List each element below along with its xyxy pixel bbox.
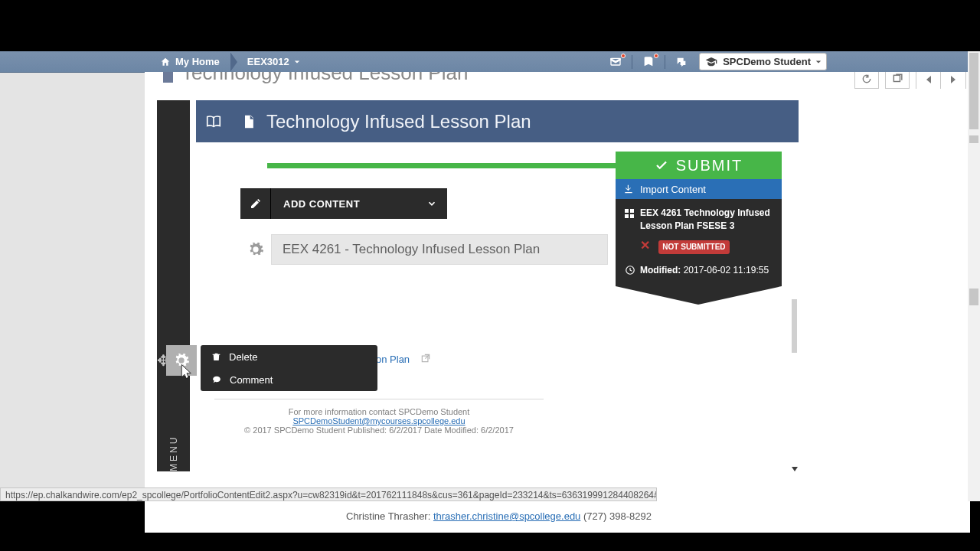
book-icon [204,113,224,130]
messages-icon[interactable] [606,54,626,70]
viewer-scrollbar[interactable] [791,100,799,471]
comment-icon [211,375,222,385]
status-badge: NOT SUBMITTED [658,240,729,255]
viewer-footer: For more information contact SPCDemo Stu… [195,399,563,435]
subscriptions-icon[interactable] [639,54,658,70]
viewer-title: Technology Infused Lesson Plan [266,111,531,132]
portfolio-viewer: MENU Technology Infused Lesson Plan SUBM… [157,100,799,471]
grad-cap-icon [704,56,718,68]
user-menu[interactable]: SPCDemo Student [699,53,827,70]
import-content-button[interactable]: Import Content [616,179,782,199]
course-link[interactable]: EEX3012 [241,56,305,67]
menu-delete-label: Delete [229,351,258,363]
chat-icon[interactable] [671,54,691,70]
add-content-dropdown[interactable]: ADD CONTENT [240,188,447,219]
section-gear-button[interactable] [240,234,271,265]
home-label: My Home [175,56,220,67]
content-panel: MENU Technology Infused Lesson Plan SUBM… [145,89,970,533]
home-link[interactable]: My Home [157,51,230,72]
grid-icon [625,209,634,254]
progress-bar [267,163,616,168]
prev-button[interactable] [916,72,941,89]
caret-down-icon [815,59,822,65]
home-icon [160,57,171,67]
submission-name: EEX 4261 Technology Infused Lesson Plan … [640,207,770,231]
open-external-icon[interactable] [420,353,431,364]
chevron-down-icon [426,198,437,209]
status-bar: https://ep.chalkandwire.com/ep2_spcolleg… [0,487,657,501]
refresh-button[interactable] [854,72,879,89]
modified-label: Modified: [640,265,681,276]
page-heading-strip: Technology Infused Lesson Plan [145,72,970,89]
footer-email[interactable]: SPCDemoStudent@mycourses.spcollege.edu [292,416,465,425]
pencil-icon [250,197,262,210]
submission-panel: Import Content EEX 4261 Technology Infus… [616,179,782,305]
next-button[interactable] [941,72,965,89]
menu-comment-label: Comment [230,374,273,386]
new-window-button[interactable] [885,72,910,89]
submit-label: SUBMIT [676,157,743,174]
file-link-tail[interactable]: on Plan [376,354,410,365]
contact-name: Christine Thrasher: [346,510,430,522]
import-label: Import Content [640,184,706,195]
cursor-icon [180,364,194,382]
import-icon [623,184,634,194]
check-icon [655,158,668,172]
contact-phone: (727) 398-8292 [583,510,652,522]
document-icon [158,72,177,86]
modified-value: 2017-06-02 11:19:55 [684,265,769,276]
add-content-label: ADD CONTENT [271,188,416,219]
menu-delete[interactable]: Delete [201,345,377,368]
course-label: EEX3012 [247,56,289,67]
section-row: EEX 4261 - Technology Infused Lesson Pla… [240,234,608,265]
toc-button[interactable] [196,100,231,142]
submit-button[interactable]: SUBMIT [616,152,782,179]
section-title: EEX 4261 - Technology Infused Lesson Pla… [271,234,608,265]
page-icon [231,112,266,131]
x-icon: ✕ [640,239,650,252]
browser-scrollbar[interactable] [968,51,980,501]
context-menu: Delete Comment [201,345,377,391]
menu-comment[interactable]: Comment [201,368,377,391]
top-nav: My Home EEX3012 [0,51,980,73]
svg-rect-1 [893,75,900,81]
trash-icon [211,351,221,362]
contact-credit: Christine Thrasher: thrasher.christine@s… [346,510,652,522]
menu-rail[interactable]: MENU [157,100,190,471]
caret-down-icon [294,59,300,65]
footer-line-1: For more information contact SPCDemo Stu… [195,407,563,416]
viewer-title-bar: Technology Infused Lesson Plan [231,100,799,142]
footer-line-3: © 2017 SPCDemo Student Published: 6/2/20… [195,425,563,435]
contact-email[interactable]: thrasher.christine@spcollege.edu [433,510,580,522]
page-title: Technology Infused Lesson Plan [181,72,468,85]
user-name: SPCDemo Student [723,56,811,67]
gear-icon [247,241,264,258]
clock-icon [625,265,635,276]
menu-label: MENU [168,114,179,471]
